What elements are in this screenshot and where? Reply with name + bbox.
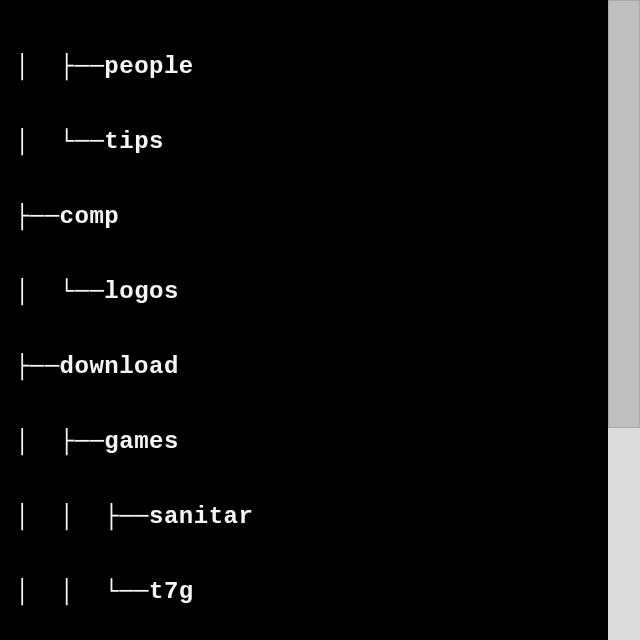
tree-branch-icon: ├── [0,354,60,379]
tree-branch-icon: │ │ └── [0,579,149,604]
tree-row: ├──comp [0,204,608,229]
tree-row: │ └──tips [0,129,608,154]
scrollbar-track[interactable] [608,0,640,640]
terminal-tree-output: │ ├──people │ └──tips ├──comp │ └──logos… [0,0,608,640]
tree-row: │ └──logos [0,279,608,304]
tree-branch-icon: │ ├── [0,54,104,79]
tree-row: │ ├──people [0,54,608,79]
tree-branch-icon: ├── [0,204,60,229]
folder-label: sanitar [149,504,253,529]
folder-label: people [104,54,193,79]
folder-label: download [60,354,179,379]
tree-branch-icon: │ │ ├── [0,504,149,529]
tree-branch-icon: │ └── [0,129,104,154]
tree-row: │ ├──games [0,429,608,454]
scrollbar-thumb[interactable] [608,0,640,428]
folder-label: comp [60,204,120,229]
tree-branch-icon: │ └── [0,279,104,304]
tree-row: ├──download [0,354,608,379]
folder-label: logos [104,279,179,304]
folder-label: games [104,429,179,454]
tree-row: │ │ ├──sanitar [0,504,608,529]
tree-branch-icon: │ ├── [0,429,104,454]
folder-label: tips [104,129,164,154]
tree-row: │ │ └──t7g [0,579,608,604]
folder-label: t7g [149,579,194,604]
